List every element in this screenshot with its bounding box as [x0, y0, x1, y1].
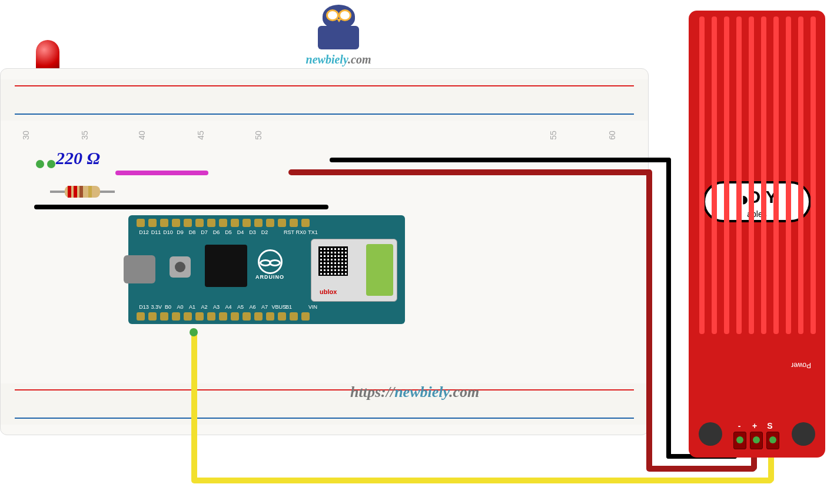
tie-point [47, 160, 55, 168]
wifi-module: ublox [311, 239, 397, 302]
wire-magenta [115, 171, 208, 175]
qr-code-icon [318, 246, 348, 276]
sensor-power-label: Power [791, 361, 811, 369]
arduino-label: ARDUINO [255, 274, 284, 280]
mcu-chip [205, 245, 247, 287]
pad-minus [733, 432, 746, 449]
wiring-diagram: newbiely.com 30 35 40 45 50 55 60 220 Ω … [0, 0, 837, 504]
diy-ables-logo: ▮◗DIYables [703, 181, 811, 222]
arduino-logo-icon [258, 249, 283, 274]
wire-black-gnd [330, 158, 671, 162]
pin-row-bottom [137, 312, 310, 321]
power-rail-bottom [1, 383, 648, 425]
resistor-label: 220 Ω [56, 148, 100, 168]
tie-point [36, 160, 44, 168]
mount-hole [699, 422, 722, 446]
reset-button[interactable] [170, 256, 191, 278]
sensor-pads [733, 432, 779, 449]
mount-hole [792, 422, 815, 446]
pin-row-top [137, 219, 310, 227]
pad-plus [750, 432, 763, 449]
wire-yellow-sig-v [191, 332, 197, 482]
resistor-220ohm [56, 186, 109, 198]
wire-yellow-sig-h [191, 478, 773, 483]
wire-red-vcc-v [646, 169, 652, 470]
pin-labels-bottom: D133.3VB0A0A1A2A3A4A5A6A7VBUSB1VIN [139, 304, 318, 310]
wire-black-gnd-v [666, 158, 671, 459]
tie-point [190, 328, 198, 336]
sensor-pad-labels: -+S [733, 421, 776, 430]
wire-red-vcc [288, 169, 651, 175]
usb-c-port [124, 255, 155, 283]
pad-signal [766, 432, 779, 449]
wire-red-vcc-h2 [646, 466, 756, 472]
arduino-nano-esp32: D12D11D10D9D8D7D6D5D4D3D2RSTRX0TX1 ARDUI… [128, 215, 405, 324]
pin-labels-top: D12D11D10D9D8D7D6D5D4D3D2RSTRX0TX1 [139, 229, 318, 235]
site-logo: newbiely.com [288, 5, 388, 66]
watermark-url: https://newbiely.com [350, 383, 479, 401]
wire-black-short [34, 205, 328, 209]
power-rail-top [1, 79, 648, 121]
water-level-sensor: ▮◗DIYables Power -+S [689, 11, 825, 458]
